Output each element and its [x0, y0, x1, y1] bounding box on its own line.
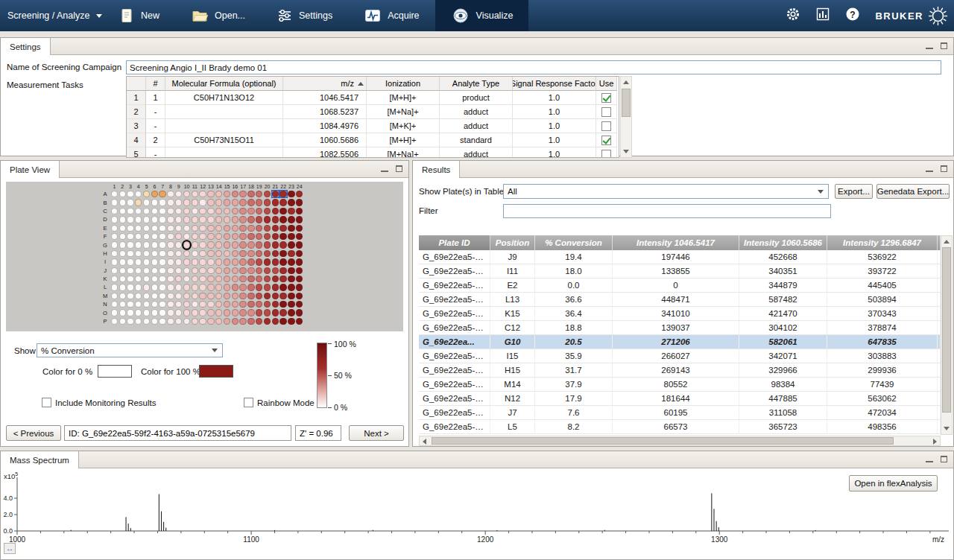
plate-well[interactable] [134, 207, 142, 215]
plate-well[interactable] [199, 249, 207, 258]
plate-well[interactable] [231, 258, 239, 266]
plate-well[interactable] [119, 224, 127, 232]
report-chart-icon[interactable] [815, 7, 830, 25]
plate-well[interactable] [167, 300, 175, 308]
plate-well[interactable] [295, 215, 303, 223]
maximize-icon[interactable] [941, 165, 947, 172]
plate-well[interactable] [151, 198, 159, 206]
plate-well[interactable] [159, 292, 167, 300]
tasks-header-cell[interactable]: m/z [283, 77, 367, 91]
plate-well[interactable] [191, 317, 199, 325]
plate-well[interactable] [231, 267, 239, 275]
export-button[interactable]: Export... [835, 184, 873, 199]
plate-well[interactable] [207, 241, 215, 249]
plate-well[interactable] [134, 267, 142, 275]
plate-well[interactable] [199, 258, 207, 266]
plate-well[interactable] [255, 249, 263, 258]
plate-well[interactable] [231, 283, 239, 291]
plate-well[interactable] [215, 232, 223, 241]
plate-well[interactable] [263, 317, 271, 325]
gear-icon[interactable] [786, 7, 800, 25]
plate-well[interactable] [288, 215, 296, 223]
use-checkbox[interactable] [601, 121, 611, 131]
plate-well[interactable] [271, 190, 279, 198]
plate-well[interactable] [199, 215, 207, 223]
include-monitoring-checkbox[interactable] [42, 398, 51, 407]
plate-well[interactable] [127, 224, 135, 232]
plate-well[interactable] [255, 275, 263, 283]
plate-well[interactable] [167, 224, 175, 232]
plate-well[interactable] [134, 249, 142, 258]
plate-well[interactable] [191, 267, 199, 275]
plate-well[interactable] [223, 267, 231, 275]
plate-well[interactable] [199, 232, 207, 241]
plate-well[interactable] [183, 283, 191, 291]
plate-well[interactable] [263, 215, 271, 223]
plate-well[interactable] [263, 207, 271, 215]
plate-well[interactable] [295, 207, 303, 215]
plate-well[interactable] [231, 249, 239, 258]
plate-well[interactable] [174, 292, 183, 300]
plate-well[interactable] [215, 207, 223, 215]
plate-well[interactable] [295, 292, 303, 300]
plate-well[interactable] [191, 232, 199, 241]
plate-well[interactable] [207, 198, 215, 206]
plate-well[interactable] [127, 258, 135, 266]
plate-well[interactable] [231, 207, 239, 215]
tasks-row[interactable]: 42C50H73N15O111060.5686[M+H]+standard1.0 [127, 133, 619, 147]
plate-well[interactable] [119, 249, 127, 258]
plate-well[interactable] [223, 283, 231, 291]
plate-well[interactable] [223, 224, 231, 232]
plate-well[interactable] [207, 292, 215, 300]
plate-well[interactable] [183, 317, 191, 325]
plate-well[interactable] [110, 207, 119, 215]
plate-well[interactable] [239, 275, 247, 283]
maximize-icon[interactable] [941, 42, 947, 49]
plate-well[interactable] [183, 249, 191, 258]
plate-well[interactable] [239, 224, 247, 232]
plate-well[interactable] [134, 258, 142, 266]
plate-well[interactable] [167, 207, 175, 215]
plate-well[interactable] [295, 300, 303, 308]
plate-well[interactable] [191, 283, 199, 291]
plate-well[interactable] [110, 190, 119, 198]
plate-well[interactable] [279, 267, 288, 275]
tasks-header-cell[interactable]: Analyte Type [440, 77, 513, 91]
plate-well[interactable] [151, 207, 159, 215]
plate-well[interactable] [295, 275, 303, 283]
results-row[interactable]: G_69e22ea5-59f...K1536.43410104214703703… [419, 307, 941, 321]
tasks-header-cell[interactable]: Molecular Formula (optional) [165, 77, 283, 91]
plate-well[interactable] [231, 198, 239, 206]
plate-well[interactable] [255, 207, 263, 215]
plate-well[interactable] [110, 267, 119, 275]
mass-spectrum-plot[interactable]: 1000110012001300m/z4.02.00.0x105 [1, 468, 953, 559]
plate-well[interactable] [151, 249, 159, 258]
plate-well[interactable] [134, 317, 142, 325]
plate-well[interactable] [142, 215, 151, 223]
plate-well[interactable] [183, 198, 191, 206]
plate-well[interactable] [271, 292, 279, 300]
tab-mass-spectrum[interactable]: Mass Spectrum [1, 451, 79, 468]
plate-well[interactable] [263, 300, 271, 308]
plate-well[interactable] [231, 292, 239, 300]
plate-well[interactable] [159, 224, 167, 232]
campaign-name-input[interactable] [126, 60, 941, 74]
plate-well[interactable] [127, 283, 135, 291]
plate-well[interactable] [159, 275, 167, 283]
plate-well[interactable] [174, 224, 183, 232]
plate-well[interactable] [263, 275, 271, 283]
tasks-row[interactable]: 2-1068.5237[M+Na]+adduct1.0 [127, 105, 619, 119]
plate-well[interactable] [271, 300, 279, 308]
plate-well[interactable] [271, 317, 279, 325]
plate-well[interactable] [142, 267, 151, 275]
tasks-row[interactable]: 5-1082.5506[M+Na]+adduct1.0 [127, 147, 619, 158]
color-0-swatch[interactable] [98, 365, 132, 378]
results-header-cell[interactable]: % Conversion [535, 235, 613, 250]
plate-well[interactable] [159, 198, 167, 206]
plate-well[interactable] [223, 241, 231, 249]
plate-well[interactable] [255, 241, 263, 249]
plate-well[interactable] [263, 224, 271, 232]
plate-well[interactable] [288, 258, 296, 266]
results-row[interactable]: G_69e22ea5-59f...N1217.91816444478855630… [419, 392, 941, 406]
plate-well[interactable] [159, 215, 167, 223]
